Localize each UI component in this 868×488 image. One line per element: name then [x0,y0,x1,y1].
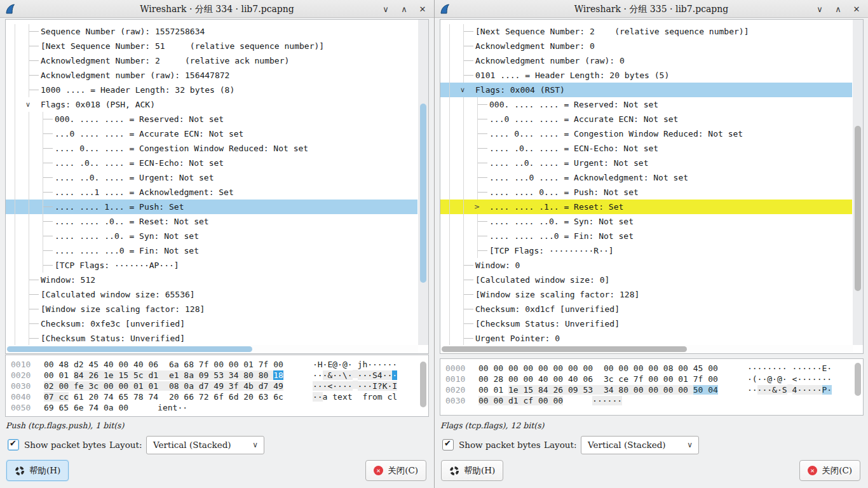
ascii-char[interactable]: · [332,381,337,391]
hex-byte[interactable]: 63 [259,392,269,402]
hex-byte[interactable]: 00 [493,396,503,405]
help-button[interactable]: 帮助(H) [441,460,503,481]
ascii-char[interactable]: ( [752,374,757,384]
ascii-char[interactable]: · [772,363,777,373]
ascii-char[interactable]: e [163,403,168,412]
hex-byte[interactable]: 34 [604,385,614,395]
tree-row[interactable]: .... 0... .... = Congestion Window Reduc… [6,141,417,156]
hex-byte[interactable]: 00 [663,374,674,384]
tree-row[interactable]: .... ..0. .... = Urgent: Not set [440,156,852,170]
ascii-char[interactable]: · [747,385,752,395]
hex-byte[interactable]: 68 [184,360,194,369]
ascii-char[interactable]: · [767,363,772,373]
vertical-scrollbar-track[interactable] [853,20,863,345]
window-shade-icon[interactable]: ∨ [815,4,825,14]
tree-row[interactable]: Urgent Pointer: 0 [440,331,852,346]
tree-row[interactable]: .... .... ...0 = Fin: Not set [440,229,852,243]
ascii-char[interactable]: · [318,370,323,380]
tree-row[interactable]: [Window size scaling factor: 128] [6,302,417,316]
expander-icon[interactable]: ∨ [459,83,473,97]
ascii-char[interactable]: · [392,360,397,369]
ascii-char[interactable]: t [348,392,353,402]
ascii-char[interactable]: · [372,360,377,369]
hex-byte[interactable]: 65 [118,392,128,402]
window-shade-icon[interactable]: ∨ [381,4,391,14]
ascii-char[interactable]: S [782,385,787,395]
hex-byte[interactable]: 00 [44,370,54,380]
ascii-char[interactable]: · [812,385,817,395]
hex-byte[interactable]: 40 [133,360,144,369]
ascii-char[interactable]: · [337,360,342,369]
ascii-char[interactable]: · [392,370,397,380]
hex-byte[interactable]: 00 [708,374,718,384]
hex-byte[interactable]: 3c [88,381,98,391]
hex-byte[interactable]: 6d [229,392,239,402]
vertical-scrollbar-thumb[interactable] [420,362,426,407]
hex-byte[interactable]: 0a [184,381,194,391]
tree-row[interactable]: ...0 .... .... = Accurate ECN: Not set [440,112,852,126]
hex-byte[interactable]: 09 [568,385,578,395]
hex-byte[interactable]: 6f [214,392,224,402]
hex-byte[interactable]: 49 [273,381,283,391]
hex-byte[interactable]: 00 [104,381,114,391]
ascii-char[interactable]: · [802,363,807,373]
ascii-char[interactable]: e [337,392,342,402]
ascii-char[interactable]: · [817,374,822,384]
ascii-char[interactable]: · [817,363,822,373]
tree-row[interactable]: .... .... ..0. = Syn: Not set [6,229,417,243]
tree-row[interactable]: 0101 .... = Header Length: 20 bytes (5) [440,68,852,83]
hex-byte[interactable]: 3f [229,381,239,391]
hex-byte[interactable]: 00 [648,374,658,384]
hex-byte[interactable]: 00 [583,363,593,373]
tree-row[interactable]: >.... .... .1.. = Reset: Set [440,200,852,214]
hex-byte[interactable]: 26 [88,370,98,380]
hex-byte[interactable]: 6a [169,360,179,369]
hex-byte[interactable]: 01 [58,370,69,380]
ascii-char[interactable]: I [392,381,397,391]
tree-row[interactable]: Acknowledgment number (raw): 0 [440,53,852,68]
layout-select[interactable]: Vertical (Stacked) ∨ [146,436,264,454]
tree-row[interactable]: [Calculated window size: 0] [440,273,852,287]
tree-row[interactable]: .... ..0. .... = Urgent: Not set [6,170,417,185]
tree-row[interactable]: .... ...0 .... = Acknowledgment: Not set [440,170,852,185]
hex-row[interactable]: 001000 48 d2 45 40 00 40 06 6a 68 7f 00 … [11,359,428,370]
hex-byte[interactable]: 06 [583,374,593,384]
hex-byte[interactable]: 61 [74,392,84,402]
hex-row[interactable]: 002000 01 1e 15 84 26 09 53 34 80 00 00 … [445,384,863,395]
ascii-char[interactable]: @ [777,374,782,384]
hex-byte[interactable]: 0a [104,403,114,412]
hex-byte[interactable]: d7 [259,381,269,391]
tree-row[interactable]: ∨Flags: 0x004 (RST) [440,83,852,97]
hex-byte[interactable]: 00 [273,360,283,369]
ascii-char[interactable]: · [367,381,372,391]
hex-byte[interactable]: 06 [148,360,158,369]
ascii-char[interactable]: @ [342,360,348,369]
ascii-char[interactable]: · [348,370,353,380]
ascii-char[interactable]: · [313,392,318,402]
vertical-scrollbar-thumb[interactable] [420,104,426,283]
hex-byte[interactable]: 4b [243,381,254,391]
tree-row[interactable]: .... 0... .... = Congestion Window Reduc… [440,126,852,141]
tree-row[interactable]: [Next Sequence Number: 51 (relative sequ… [6,39,417,53]
hex-byte[interactable]: 00 [478,363,489,373]
hex-byte[interactable]: 00 [553,363,563,373]
hex-byte[interactable]: 01 [148,381,158,391]
hex-byte[interactable]: 53 [583,385,593,395]
tree-row[interactable]: .... .... ..0. = Syn: Not set [440,214,852,229]
hex-byte[interactable]: e1 [169,370,179,380]
hex-row[interactable]: 003000 00 d1 cf 00 00······ [445,395,863,406]
hex-byte[interactable]: 01 [493,385,503,395]
hex-byte[interactable]: d1 [148,370,158,380]
ascii-char[interactable]: · [597,396,602,405]
show-packet-bytes-checkbox[interactable]: ✔ [8,439,19,451]
hex-byte[interactable]: 00 [634,385,644,395]
ascii-char[interactable]: · [383,370,388,380]
ascii-char[interactable]: · [827,363,832,373]
hex-byte[interactable]: 00 [478,396,489,405]
ascii-char[interactable]: · [337,381,342,391]
ascii-char[interactable]: · [827,374,832,384]
hex-row[interactable]: 005069 65 6e 74 0a 00ient·· [11,402,428,413]
ascii-char[interactable]: · [772,374,777,384]
tree-row[interactable]: .... ...1 .... = Acknowledgment: Set [6,185,417,200]
ascii-char[interactable]: · [592,396,597,405]
